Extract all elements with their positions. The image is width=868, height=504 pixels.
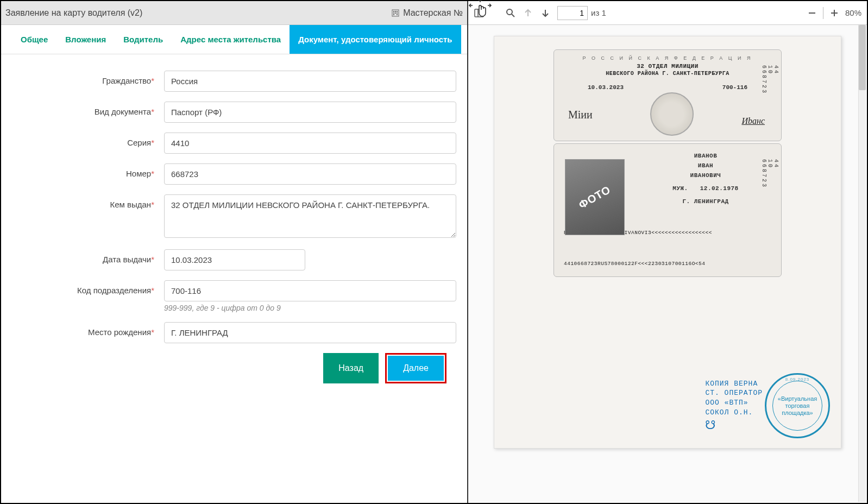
number-input[interactable] — [164, 163, 456, 185]
svg-point-11 — [507, 9, 512, 15]
svg-rect-8 — [397, 14, 398, 15]
passport-mrz-2: 4410668723RUS78000122F<<<2230310700116O<… — [564, 261, 771, 267]
form: Гражданство* Вид документа* Серия* Номер… — [1, 54, 467, 394]
zoom-in-icon[interactable] — [829, 8, 840, 18]
label-issued-by: Кем выдан* — [12, 194, 164, 209]
workshop-label: Мастерская № — [403, 8, 463, 18]
pdf-toolbar: из 1 80% — [468, 1, 867, 25]
issued-by-input[interactable]: 32 ОТДЕЛ МИЛИЦИИ НЕВСКОГО РАЙОНА Г. САНК… — [164, 194, 456, 238]
page-number-input[interactable] — [557, 6, 588, 20]
label-dept-code: Код подразделения* — [12, 280, 164, 295]
passport-side-number-upper: 4410668723 — [761, 65, 779, 98]
passport-dept2: НЕВСКОГО РАЙОНА Г. САНКТ-ПЕТЕРБУРГА — [564, 71, 771, 77]
next-button[interactable]: Далее — [388, 356, 444, 381]
stamp-signature: ☋ — [705, 418, 763, 432]
label-doc-type: Вид документа* — [12, 102, 164, 116]
svg-line-12 — [512, 14, 514, 17]
svg-rect-1 — [393, 11, 394, 12]
tab-attachments[interactable]: Вложения — [56, 25, 115, 54]
svg-rect-2 — [395, 11, 396, 12]
building-icon — [391, 9, 400, 17]
dept-code-input[interactable] — [164, 280, 456, 301]
passport-issue-date: 10.03.2023 — [588, 84, 624, 91]
next-button-highlight: Далее — [385, 353, 446, 383]
birth-place-input[interactable] — [164, 322, 456, 343]
label-number: Номер* — [12, 163, 164, 178]
search-icon[interactable] — [505, 8, 516, 18]
round-stamp-icon: 8.09.2023 «Виртуальная торговая площадка… — [765, 373, 830, 438]
svg-rect-9 — [475, 9, 483, 17]
issue-date-input[interactable] — [164, 249, 305, 270]
svg-rect-4 — [393, 12, 394, 14]
svg-rect-7 — [393, 14, 394, 15]
passport-patronymic: ИВАНОВИЧ — [640, 172, 771, 179]
doc-type-input[interactable] — [164, 102, 456, 123]
citizenship-input[interactable] — [164, 71, 456, 92]
workshop-info: Мастерская № — [391, 8, 463, 18]
passport-dob: 12.02.1978 — [700, 185, 739, 192]
passport-surname: ИВАНОВ — [640, 153, 771, 159]
series-input[interactable] — [164, 133, 456, 154]
vertical-scrollbar[interactable] — [858, 25, 866, 502]
passport-code: 700-116 — [722, 84, 747, 91]
window-title: Заявление на карту водителя (v2) — [5, 8, 142, 18]
copy-stamp-area: КОПИЯ ВЕРНА СТ. ОПЕРАТОР ООО «ВТП» СОКОЛ… — [705, 373, 830, 438]
window-header: Заявление на карту водителя (v2) Мастерс… — [1, 1, 467, 25]
zoom-out-icon[interactable] — [807, 8, 817, 18]
tab-general[interactable]: Общее — [12, 25, 56, 54]
tab-address[interactable]: Адрес места жительства — [172, 25, 290, 54]
tab-identity-doc[interactable]: Документ, удостоверяющий личность — [290, 25, 461, 54]
document-page: Р О С С И Й С К А Я Ф Е Д Е Р А Ц И Я 32… — [494, 36, 841, 449]
svg-rect-3 — [397, 11, 398, 12]
prev-page-icon[interactable] — [523, 8, 533, 18]
tab-driver[interactable]: Водитель — [115, 25, 172, 54]
photo-placeholder-label: ФОТО — [577, 183, 613, 211]
official-signature: Miии — [568, 109, 593, 121]
passport-sex: МУЖ. — [672, 185, 688, 192]
passport-seal-icon — [650, 92, 694, 136]
label-series: Серия* — [12, 133, 164, 147]
dept-code-hint: 999-999, где 9 - цифра от 0 до 9 — [164, 304, 456, 312]
passport-lower: ФОТО ИВАНОВ ИВАН ИВАНОВИЧ МУЖ. 12.02.197… — [553, 143, 782, 277]
zoom-level: 80% — [845, 8, 861, 17]
holder-signature: Иbанс — [741, 116, 765, 126]
passport-dept: 32 ОТДЕЛ МИЛИЦИИ — [564, 63, 771, 70]
passport-upper: Р О С С И Й С К А Я Ф Е Д Е Р А Ц И Я 32… — [553, 49, 782, 141]
svg-rect-6 — [397, 12, 398, 14]
document-viewport[interactable]: Р О С С И Й С К А Я Ф Е Д Е Р А Ц И Я 32… — [468, 25, 867, 503]
label-birth-place: Место рождения* — [12, 322, 164, 337]
svg-rect-5 — [395, 12, 396, 14]
back-button[interactable]: Назад — [323, 353, 379, 383]
passport-photo: ФОТО — [565, 159, 625, 235]
passport-rf-title: Р О С С И Й С К А Я Ф Е Д Е Р А Ц И Я — [564, 55, 771, 61]
zoom-separator — [823, 7, 823, 19]
passport-side-number-lower: 4410668723 — [761, 159, 779, 192]
next-page-icon[interactable] — [540, 8, 551, 18]
tab-bar: Общее Вложения Водитель Адрес места жите… — [1, 25, 467, 54]
stamp-text: КОПИЯ ВЕРНА СТ. ОПЕРАТОР ООО «ВТП» СОКОЛ… — [705, 379, 763, 417]
scrollbar-thumb[interactable] — [859, 25, 866, 90]
passport-pob: Г. ЛЕНИНГРАД — [640, 198, 771, 205]
page-of-label: из 1 — [591, 8, 606, 17]
label-citizenship: Гражданство* — [12, 71, 164, 85]
sidebar-toggle-icon[interactable] — [474, 8, 485, 18]
passport-name: ИВАН — [640, 162, 771, 169]
label-issue-date: Дата выдачи* — [12, 249, 164, 264]
